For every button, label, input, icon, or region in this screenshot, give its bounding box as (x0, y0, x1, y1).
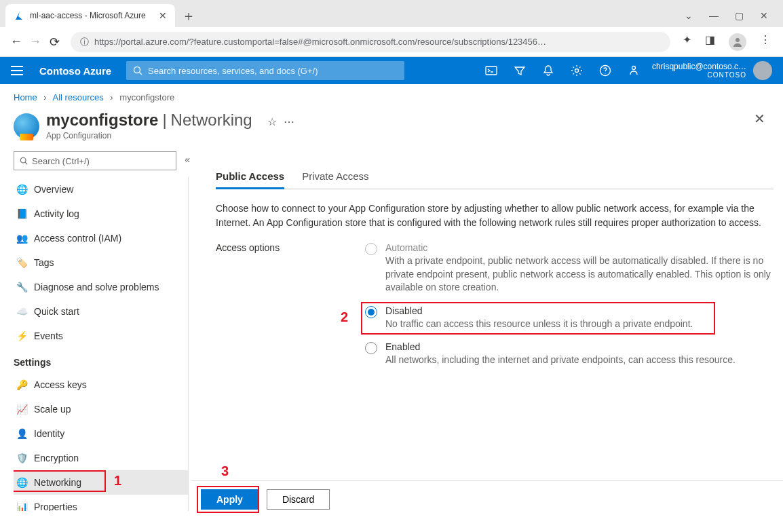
filter-icon[interactable] (514, 64, 526, 77)
menu-label: Events (34, 330, 63, 341)
user-avatar[interactable] (753, 61, 772, 80)
menu-label: Activity log (34, 208, 79, 219)
window-close-icon[interactable]: ✕ (760, 10, 768, 21)
menu-search-input[interactable]: Search (Ctrl+/) (14, 151, 176, 170)
browser-tab[interactable]: ml-aac-access - Microsoft Azure ✕ (5, 4, 175, 27)
menu-scale-up[interactable]: 📈Scale up (14, 397, 188, 421)
menu-label: Properties (34, 501, 77, 511)
radio-desc: No traffic can access this resource unle… (385, 318, 693, 331)
new-tab-button[interactable]: ＋ (182, 7, 195, 25)
user-tenant: CONTOSO (652, 71, 746, 79)
menu-section-settings: Settings (14, 352, 188, 373)
tab-close-icon[interactable]: ✕ (159, 10, 167, 21)
extensions-icon[interactable]: ✦ (683, 33, 691, 51)
svg-point-1 (736, 38, 740, 42)
user-account-button[interactable]: chrisqpublic@contoso.c… CONTOSO (652, 62, 746, 79)
azure-top-bar: Contoso Azure Search resources, services… (0, 57, 783, 84)
profile-icon[interactable] (729, 33, 746, 51)
azure-favicon (14, 10, 24, 21)
people-icon: 👥 (16, 233, 27, 244)
network-icon: 🌐 (16, 477, 27, 488)
radio-disabled[interactable]: Disabled No traffic can access this reso… (365, 305, 774, 331)
address-bar[interactable]: ⓘ https://portal.azure.com/?feature.cust… (71, 32, 670, 52)
search-icon (133, 66, 142, 75)
collapse-menu-icon[interactable]: « (185, 154, 190, 165)
chart-icon: 📈 (16, 404, 27, 415)
resource-menu[interactable]: 🌐Overview 📘Activity log 👥Access control … (14, 177, 189, 511)
window-maximize-icon[interactable]: ▢ (735, 10, 744, 21)
page-section-divider: | (162, 111, 166, 130)
access-options-label: Access options (216, 242, 365, 367)
menu-tags[interactable]: 🏷️Tags (14, 250, 188, 275)
breadcrumb-all-resources[interactable]: All resources (53, 92, 104, 102)
menu-search-placeholder: Search (Ctrl+/) (32, 156, 90, 166)
breadcrumb-current: myconfigstore (119, 92, 174, 102)
reload-button[interactable]: ⟳ (45, 35, 64, 50)
menu-label: Networking (34, 477, 81, 488)
svg-point-8 (20, 157, 26, 163)
help-icon[interactable] (599, 64, 611, 77)
window-minimize-icon[interactable]: — (709, 10, 719, 21)
global-search-input[interactable]: Search resources, services, and docs (G+… (126, 61, 404, 80)
menu-label: Diagnose and solve problems (34, 282, 159, 292)
radio-enabled-input[interactable] (365, 342, 377, 354)
menu-events[interactable]: ⚡Events (14, 324, 188, 348)
tab-title: ml-aac-access - Microsoft Azure (30, 11, 153, 20)
menu-encryption[interactable]: 🛡️Encryption (14, 446, 188, 470)
notifications-icon[interactable] (542, 64, 554, 77)
close-blade-icon[interactable]: ✕ (754, 111, 769, 127)
favorite-icon[interactable]: ☆ (267, 115, 277, 128)
globe-icon: 🌐 (16, 184, 27, 195)
user-email: chrisqpublic@contoso.c… (652, 62, 746, 71)
radio-desc: All networks, including the internet and… (385, 354, 736, 367)
svg-rect-4 (486, 66, 497, 75)
tab-public-access[interactable]: Public Access (216, 170, 284, 189)
breadcrumb-home[interactable]: Home (14, 92, 37, 102)
discard-button[interactable]: Discard (267, 489, 330, 510)
panel-icon[interactable]: ◨ (705, 33, 715, 51)
menu-quick-start[interactable]: ☁️Quick start (14, 299, 188, 324)
cloud-icon: ☁️ (16, 306, 27, 317)
window-caret-icon[interactable]: ⌄ (685, 10, 693, 21)
menu-overview[interactable]: 🌐Overview (14, 177, 188, 202)
tab-private-access[interactable]: Private Access (302, 170, 368, 189)
back-button[interactable]: ← (7, 35, 26, 49)
more-icon[interactable]: ⋯ (284, 115, 294, 128)
menu-access-control[interactable]: 👥Access control (IAM) (14, 226, 188, 250)
browser-tab-bar: ml-aac-access - Microsoft Azure ✕ ＋ ⌄ — … (0, 0, 783, 27)
menu-networking[interactable]: 🌐Networking (14, 470, 188, 495)
radio-automatic-input (365, 243, 377, 255)
props-icon: 📊 (16, 501, 27, 511)
radio-disabled-input[interactable] (365, 306, 377, 318)
tab-row: Public Access Private Access (216, 170, 774, 189)
resource-icon (14, 113, 39, 139)
site-info-icon[interactable]: ⓘ (80, 36, 89, 48)
page-section: Networking (171, 111, 252, 130)
apply-button[interactable]: Apply (201, 489, 259, 510)
annotation-number-2: 2 (341, 309, 348, 325)
radio-enabled[interactable]: Enabled All networks, including the inte… (365, 341, 774, 367)
hamburger-menu-icon[interactable] (9, 63, 24, 78)
page-title: myconfigstore (46, 111, 158, 130)
menu-label: Access control (IAM) (34, 233, 121, 244)
menu-activity-log[interactable]: 📘Activity log (14, 202, 188, 226)
portal-brand[interactable]: Contoso Azure (39, 65, 111, 77)
menu-label: Access keys (34, 379, 87, 390)
menu-access-keys[interactable]: 🔑Access keys (14, 373, 188, 397)
settings-icon[interactable] (571, 64, 583, 77)
log-icon: 📘 (16, 208, 27, 219)
annotation-number-3: 3 (221, 463, 229, 479)
cloud-shell-icon[interactable] (485, 64, 497, 77)
url-text: https://portal.azure.com/?feature.custom… (94, 37, 546, 47)
identity-icon: 👤 (16, 428, 27, 439)
menu-properties[interactable]: 📊Properties (14, 495, 188, 511)
forward-button[interactable]: → (26, 35, 45, 49)
search-placeholder: Search resources, services, and docs (G+… (148, 66, 318, 76)
breadcrumb: Home › All resources › myconfigstore (0, 84, 783, 108)
menu-label: Tags (34, 257, 54, 268)
menu-label: Scale up (34, 404, 71, 415)
menu-diagnose[interactable]: 🔧Diagnose and solve problems (14, 275, 188, 299)
kebab-menu-icon[interactable]: ⋮ (760, 33, 771, 51)
menu-identity[interactable]: 👤Identity (14, 421, 188, 446)
feedback-icon[interactable] (628, 64, 640, 77)
